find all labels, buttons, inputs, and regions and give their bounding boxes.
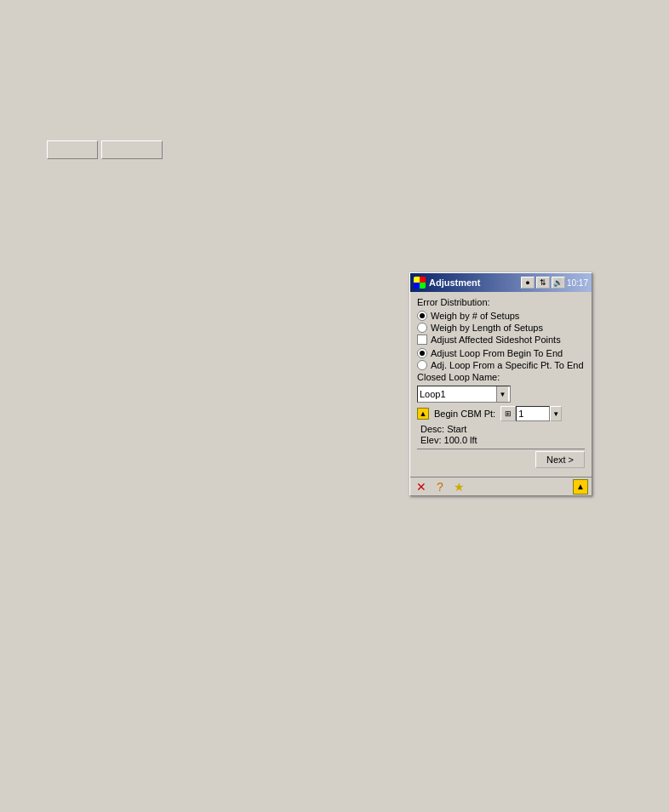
dialog-content: Error Distribution: Weigh by # of Setups… xyxy=(410,292,592,477)
titlebar-signal-icon[interactable]: ⇅ xyxy=(536,277,550,289)
elev-row: Elev: 100.0 lft xyxy=(420,435,585,445)
cbm-text-input[interactable] xyxy=(516,406,550,421)
loop-dropdown[interactable]: Loop1 ▼ xyxy=(417,386,511,403)
star-icon[interactable]: ★ xyxy=(451,479,466,495)
toolbar-button-1[interactable] xyxy=(47,140,98,159)
system-clock: 10:17 xyxy=(567,278,588,288)
radio-item-weigh-length[interactable]: Weigh by Length of Setups xyxy=(417,323,585,333)
toolbar-area xyxy=(47,140,163,159)
dialog-titlebar: Adjustment ● ⇅ 🔊 10:17 xyxy=(410,273,592,292)
checkbox-sideshot-label: Adjust Affected Sideshot Points xyxy=(431,335,561,345)
radio-item-weigh-setups[interactable]: Weigh by # of Setups xyxy=(417,311,585,321)
titlebar-connectivity-icon[interactable]: ● xyxy=(521,277,535,289)
warning-triangle-icon: ▲ xyxy=(417,408,429,420)
radio-item-adj-specific[interactable]: Adj. Loop From a Specific Pt. To End xyxy=(417,360,585,370)
closed-loop-name-label: Closed Loop Name: xyxy=(417,372,500,382)
radio-weigh-setups-label: Weigh by # of Setups xyxy=(431,311,519,321)
radio-weigh-length-label: Weigh by Length of Setups xyxy=(431,323,543,333)
desc-row: Desc: Start xyxy=(420,424,585,434)
radio-weigh-setups[interactable] xyxy=(417,311,427,321)
checkbox-item-sideshot[interactable]: Adjust Affected Sideshot Points xyxy=(417,335,585,345)
radio-adjust-loop-label: Adjust Loop From Begin To End xyxy=(431,348,563,358)
loop-dropdown-value: Loop1 xyxy=(420,389,446,399)
radio-weigh-length[interactable] xyxy=(417,323,427,333)
adjustment-dialog: Adjustment ● ⇅ 🔊 10:17 Error Distributio… xyxy=(409,272,592,496)
toolbar-button-2[interactable] xyxy=(101,140,163,159)
cbm-pick-icon-btn[interactable]: ⊞ xyxy=(500,406,516,421)
error-distribution-label: Error Distribution: xyxy=(417,297,585,307)
dialog-taskbar: ✕ ? ★ ▲ xyxy=(410,477,592,495)
dropdown-arrow-icon[interactable]: ▼ xyxy=(496,386,508,402)
checkbox-sideshot[interactable] xyxy=(417,335,427,345)
alert-triangle-icon[interactable]: ▲ xyxy=(573,479,588,495)
radio-adj-specific[interactable] xyxy=(417,360,427,370)
titlebar-left: Adjustment xyxy=(414,277,481,289)
help-icon[interactable]: ? xyxy=(432,479,448,495)
titlebar-volume-icon[interactable]: 🔊 xyxy=(552,277,565,289)
begin-cbm-row: ▲ Begin CBM Pt: ⊞ ▼ xyxy=(417,406,585,421)
cbm-input-group: ⊞ ▼ xyxy=(500,406,585,421)
next-button[interactable]: Next > xyxy=(535,451,585,468)
radio-adjust-loop[interactable] xyxy=(417,348,427,358)
radio-item-adjust-loop[interactable]: Adjust Loop From Begin To End xyxy=(417,348,585,358)
loop-dropdown-row: Loop1 ▼ xyxy=(417,386,585,403)
titlebar-controls: ● ⇅ 🔊 10:17 xyxy=(521,277,588,289)
dialog-title: Adjustment xyxy=(429,277,481,288)
radio-adj-specific-label: Adj. Loop From a Specific Pt. To End xyxy=(431,360,584,370)
taskbar-right-area: ▲ xyxy=(573,479,588,495)
close-icon[interactable]: ✕ xyxy=(414,479,429,495)
closed-loop-row: Closed Loop Name: xyxy=(417,372,585,382)
next-btn-row: Next > xyxy=(417,449,585,470)
windows-logo-icon xyxy=(414,277,426,289)
begin-cbm-label: Begin CBM Pt: xyxy=(434,409,495,419)
cbm-spin-btn[interactable]: ▼ xyxy=(550,406,562,421)
